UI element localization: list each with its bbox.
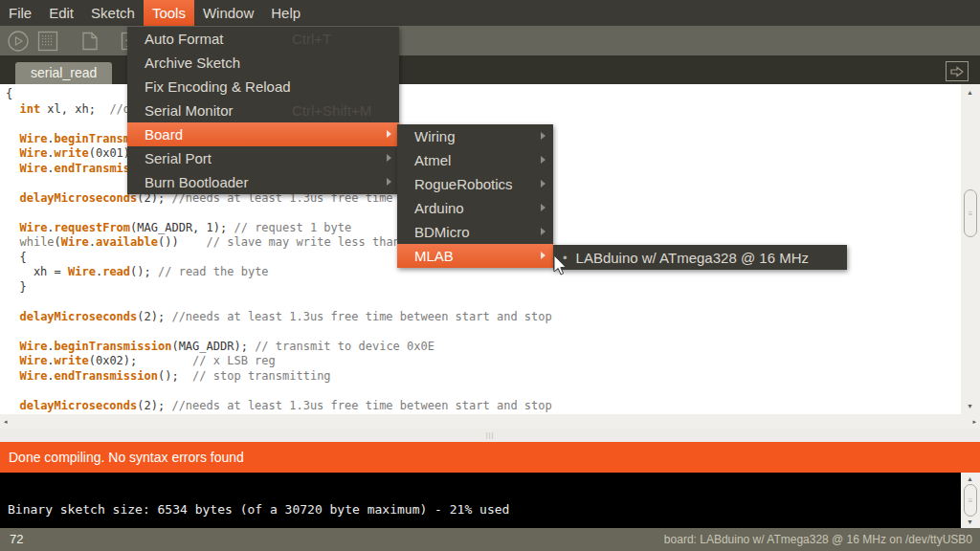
tools-menu-item-label: Auto Format — [145, 31, 224, 47]
menubar-item-help[interactable]: Help — [262, 0, 309, 26]
board-menu-item-label: Atmel — [414, 152, 451, 168]
splitter-grip[interactable]: ||| — [0, 429, 980, 442]
serial-monitor-button[interactable] — [946, 61, 969, 81]
code-line — [6, 384, 552, 399]
code-line — [6, 324, 552, 340]
code-line: delayMicroseconds(2); //needs at least 1… — [6, 399, 552, 414]
console-output: Binary sketch size: 6534 bytes (of a 307… — [0, 473, 961, 528]
submenu-arrow-icon — [387, 154, 391, 162]
stop-button[interactable] — [36, 30, 59, 53]
board-menu-item-label: RogueRobotics — [414, 176, 513, 192]
mouse-cursor — [552, 254, 568, 277]
scroll-down-icon[interactable]: ▼ — [967, 403, 973, 409]
tools-menu-item-auto-format[interactable]: Auto FormatCtrl+T — [127, 27, 399, 51]
editor-vertical-scrollbar[interactable]: ▲ ≡ ▼ — [961, 84, 980, 414]
line-number-indicator: 72 — [10, 528, 23, 551]
code-line — [6, 295, 552, 310]
submenu-arrow-icon — [541, 252, 546, 259]
scroll-right-icon[interactable]: ▸ — [972, 418, 976, 425]
tools-menu-item-label: Serial Monitor — [145, 102, 234, 119]
submenu-arrow-icon — [541, 156, 546, 164]
editor-scroll-thumb[interactable]: ≡ — [964, 189, 977, 237]
tools-menu-item-burn-bootloader[interactable]: Burn Bootloader — [127, 170, 399, 194]
board-menu-item-label: MLAB — [414, 248, 454, 264]
shortcut-label: Ctrl+Shift+M — [292, 102, 371, 119]
tools-menu: Auto FormatCtrl+TArchive SketchFix Encod… — [127, 27, 399, 194]
mlab-submenu: •LABduino w/ ATmega328 @ 16 MHz — [553, 245, 847, 270]
code-line: Wire.write(0x02); // x LSB reg — [6, 354, 552, 369]
board-menu-item-label: BDMicro — [414, 224, 470, 240]
board-submenu: WiringAtmelRogueRoboticsArduinoBDMicroML… — [397, 124, 553, 268]
menubar-item-window[interactable]: Window — [194, 0, 262, 26]
console-scrollbar[interactable]: ▲ ≡ ▼ — [961, 473, 980, 528]
submenu-arrow-icon — [387, 130, 391, 138]
submenu-arrow-icon — [541, 204, 546, 211]
verify-button[interactable] — [7, 30, 30, 53]
new-sketch-button[interactable] — [78, 30, 101, 53]
board-menu-item-wiring[interactable]: Wiring — [397, 124, 553, 148]
stop-icon — [36, 30, 59, 53]
board-menu-item-roguerobotics[interactable]: RogueRobotics — [397, 172, 553, 196]
tools-menu-item-label: Archive Sketch — [145, 55, 240, 71]
menubar-item-edit[interactable]: Edit — [40, 0, 82, 26]
shortcut-label: Ctrl+T — [292, 31, 331, 47]
tools-menu-item-label: Serial Port — [145, 150, 212, 166]
board-menu-item-mlab[interactable]: MLAB — [397, 244, 553, 268]
editor-horizontal-scrollbar[interactable]: ◂ ▸ — [0, 414, 980, 429]
code-line: } — [6, 280, 552, 296]
console-scroll-thumb[interactable]: ≡ — [964, 484, 977, 517]
menubar-item-tools[interactable]: Tools — [144, 0, 194, 26]
code-line: delayMicroseconds(2); //needs at least 1… — [6, 310, 552, 325]
scroll-left-icon[interactable]: ◂ — [4, 418, 8, 425]
submenu-arrow-icon — [541, 132, 546, 140]
tools-menu-item-serial-monitor[interactable]: Serial MonitorCtrl+Shift+M — [127, 99, 399, 122]
mlab-menu-item-labduino-w-atmega328-16-mhz[interactable]: •LABduino w/ ATmega328 @ 16 MHz — [553, 245, 847, 270]
board-port-indicator: board: LABduino w/ ATmega328 @ 16 MHz on… — [664, 528, 972, 551]
menu-bar: FileEditSketchToolsWindowHelp — [0, 0, 980, 26]
footer-status-bar: 72 board: LABduino w/ ATmega328 @ 16 MHz… — [0, 528, 980, 551]
mlab-menu-item-label: LABduino w/ ATmega328 @ 16 MHz — [576, 250, 809, 266]
submenu-arrow-icon — [541, 180, 546, 187]
menubar-item-sketch[interactable]: Sketch — [82, 0, 144, 26]
code-line: Wire.beginTransmission(MAG_ADDR); // tra… — [6, 340, 552, 355]
new-file-icon — [79, 31, 100, 52]
tools-menu-item-label: Burn Bootloader — [145, 174, 248, 190]
tools-menu-item-label: Fix Encoding & Reload — [145, 78, 291, 95]
scroll-up-icon[interactable]: ▲ — [967, 89, 973, 96]
console-scroll-down-icon[interactable]: ▼ — [967, 518, 973, 525]
board-menu-item-label: Arduino — [414, 200, 464, 216]
board-menu-item-label: Wiring — [414, 128, 456, 144]
tools-menu-item-archive-sketch[interactable]: Archive Sketch — [127, 51, 399, 75]
tools-menu-item-label: Board — [145, 126, 183, 143]
tab-serial-read[interactable]: serial_read — [15, 62, 112, 84]
console-scroll-up-icon[interactable]: ▲ — [967, 475, 973, 482]
code-line: Wire.endTransmission(); // stop transmit… — [6, 369, 552, 385]
tools-menu-item-fix-encoding-reload[interactable]: Fix Encoding & Reload — [127, 75, 399, 99]
board-menu-item-bdmicro[interactable]: BDMicro — [397, 220, 553, 244]
board-menu-item-arduino[interactable]: Arduino — [397, 196, 553, 220]
compile-status-bar: Done compiling. No syntax errors found — [0, 442, 980, 473]
tools-menu-item-board[interactable]: Board — [127, 122, 399, 146]
menubar-item-file[interactable]: File — [0, 0, 40, 26]
submenu-arrow-icon — [387, 178, 391, 186]
tools-menu-item-serial-port[interactable]: Serial Port — [127, 146, 399, 170]
console-text: Binary sketch size: 6534 bytes (of a 307… — [8, 502, 509, 517]
verify-play-icon — [7, 30, 30, 53]
board-menu-item-atmel[interactable]: Atmel — [397, 148, 553, 172]
submenu-arrow-icon — [541, 228, 546, 235]
serial-monitor-arrow-icon — [949, 65, 965, 78]
